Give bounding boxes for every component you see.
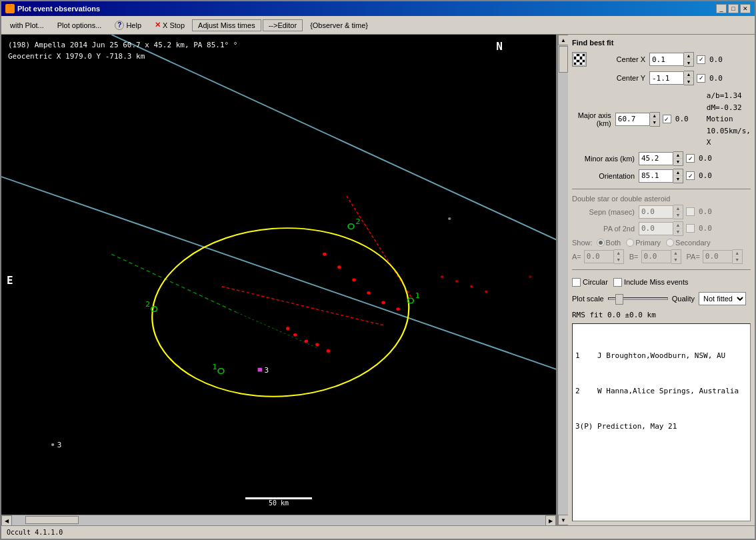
minor-axis-label: Minor axis (km): [572, 155, 639, 163]
a-input[interactable]: [584, 250, 614, 263]
h-scroll-track[interactable]: [12, 515, 545, 525]
pa-up[interactable]: ▲: [733, 250, 742, 257]
minor-axis-result: 0.0: [697, 154, 722, 163]
svg-point-29: [218, 369, 224, 374]
adjust-miss-times-button[interactable]: Adjust Miss times: [192, 19, 261, 31]
svg-point-9: [352, 279, 356, 282]
a-up[interactable]: ▲: [614, 250, 623, 257]
radio-both-text: Both: [606, 239, 621, 247]
center-x-result: 0.0: [707, 55, 733, 64]
major-axis-cb-group: ✓ 0.0: [663, 115, 699, 123]
plot-scale-slider[interactable]: [608, 297, 668, 300]
pa2nd-spinner: ▲ ▼: [673, 221, 683, 236]
sepn-input[interactable]: [639, 205, 673, 219]
pa-input[interactable]: [703, 250, 733, 263]
pa2nd-down[interactable]: ▼: [673, 229, 683, 235]
center-y-input[interactable]: [649, 71, 684, 85]
major-axis-up[interactable]: ▲: [650, 113, 659, 119]
v-scroll-down-btn[interactable]: ▼: [558, 515, 569, 525]
scale-bar: 50 km: [245, 497, 312, 507]
radio-secondary-btn[interactable]: [666, 239, 674, 247]
close-button[interactable]: ✕: [740, 4, 751, 13]
b-input[interactable]: [641, 250, 671, 263]
center-y-up[interactable]: ▲: [684, 71, 693, 78]
plot-scale-label: Plot scale: [572, 295, 604, 303]
observer-time-button[interactable]: {Observer & time}: [304, 19, 374, 31]
pa-label: PA=: [687, 253, 700, 261]
center-y-cb-group: ✓ 0.0: [697, 74, 733, 83]
svg-line-1: [1, 177, 556, 371]
minimize-button[interactable]: _: [716, 4, 727, 13]
radio-secondary-text: Secondary: [675, 239, 711, 247]
center-y-down[interactable]: ▼: [684, 78, 693, 85]
minor-axis-checkbox[interactable]: ✓: [686, 154, 695, 163]
pa2nd-result: 0.0: [697, 224, 722, 233]
major-axis-down[interactable]: ▼: [650, 119, 659, 126]
svg-point-6: [144, 219, 417, 405]
v-scroll-thumb[interactable]: [559, 46, 568, 73]
quality-label: Quality: [672, 295, 695, 303]
double-star-label: Double star or double asteroid: [572, 195, 751, 203]
sepn-checkbox[interactable]: [686, 207, 695, 216]
v-scroll-up-btn[interactable]: ▲: [558, 35, 569, 45]
a-down[interactable]: ▼: [614, 257, 623, 263]
svg-text:2: 2: [355, 217, 360, 225]
sepn-label: Sepn (masec): [572, 208, 639, 216]
pa2nd-up[interactable]: ▲: [673, 222, 683, 229]
sepn-down[interactable]: ▼: [673, 212, 683, 219]
pa2nd-row: PA of 2nd ▲ ▼ 0.0: [572, 221, 751, 236]
pa-down[interactable]: ▼: [733, 257, 742, 263]
pa2nd-input[interactable]: [639, 222, 673, 235]
major-axis-checkbox[interactable]: ✓: [663, 115, 671, 123]
minor-axis-up[interactable]: ▲: [673, 152, 683, 159]
h-scroll-left-btn[interactable]: ◀: [1, 515, 12, 525]
minor-axis-input[interactable]: [639, 152, 673, 165]
plot-info-line1: (198) Ampella 2014 Jun 25 60.7 x 45.2 km…: [8, 40, 237, 51]
center-x-input[interactable]: [649, 53, 684, 66]
svg-point-15: [305, 340, 309, 343]
dm-value: dM=-0.32: [707, 102, 751, 114]
h-scroll-right-btn[interactable]: ▶: [545, 515, 556, 525]
grid-icon[interactable]: [572, 52, 587, 67]
radio-both-btn[interactable]: [597, 239, 605, 247]
center-x-up[interactable]: ▲: [684, 53, 693, 59]
major-axis-input[interactable]: [615, 113, 650, 126]
svg-text:3: 3: [265, 367, 269, 374]
include-miss-checkbox[interactable]: [613, 278, 622, 287]
slider-thumb[interactable]: [615, 294, 623, 305]
b-up[interactable]: ▲: [671, 250, 681, 257]
orientation-up[interactable]: ▲: [673, 169, 683, 176]
center-y-checkbox[interactable]: ✓: [697, 74, 705, 83]
restore-button[interactable]: □: [728, 4, 739, 13]
ab-ratio: a/b=1.34: [707, 90, 751, 102]
pa2nd-checkbox[interactable]: [686, 224, 695, 233]
results-box: 1 J Broughton,Woodburn, NSW, AU 2 W Hann…: [572, 323, 751, 521]
orientation-down[interactable]: ▼: [673, 176, 683, 183]
radio-primary-btn[interactable]: [626, 239, 634, 247]
svg-point-19: [455, 280, 458, 283]
orientation-input[interactable]: [639, 169, 673, 183]
b-label: B=: [629, 253, 639, 261]
radio-primary-label: Primary: [626, 239, 661, 247]
sepn-up[interactable]: ▲: [673, 205, 683, 212]
divider-2: [572, 269, 751, 270]
center-y-spinner: ▲ ▼: [684, 71, 694, 85]
circular-checkbox[interactable]: [572, 278, 581, 287]
editor-button[interactable]: -->Editor: [263, 19, 303, 31]
minor-axis-down[interactable]: ▼: [673, 159, 683, 165]
orientation-checkbox[interactable]: ✓: [686, 171, 695, 180]
plot-scale-row: Plot scale Quality Not fitted: [572, 292, 751, 305]
help-button[interactable]: ? Help: [109, 19, 147, 32]
options-row: Circular Include Miss events: [572, 278, 751, 287]
plot-options-button[interactable]: Plot options...: [51, 19, 108, 31]
center-x-checkbox[interactable]: ✓: [697, 55, 705, 64]
h-scroll-thumb[interactable]: [25, 516, 79, 524]
v-scroll-track[interactable]: [558, 45, 568, 515]
b-down[interactable]: ▼: [671, 257, 681, 263]
center-x-down[interactable]: ▼: [684, 59, 693, 66]
stop-button[interactable]: ✕ X Stop: [149, 19, 191, 31]
svg-point-18: [441, 275, 443, 278]
quality-select[interactable]: Not fitted: [699, 292, 746, 305]
radio-secondary-label: Secondary: [666, 239, 711, 247]
with-plot-button[interactable]: with Plot...: [4, 19, 50, 31]
